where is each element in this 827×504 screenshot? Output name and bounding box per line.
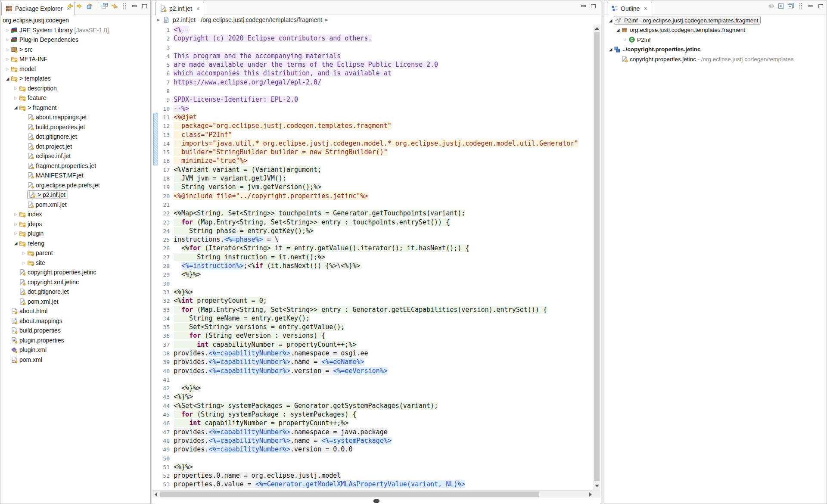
code-line[interactable]: 52properties.0.name = org.eclipse.justj.…	[152, 471, 594, 480]
tree-item[interactable]: mpom.xml	[1, 355, 150, 365]
code-line[interactable]: 11<%@jet	[152, 113, 594, 121]
close-icon[interactable]: ✕	[196, 6, 200, 12]
maximize-icon[interactable]	[590, 3, 597, 9]
tree-item[interactable]: ▷feature	[1, 93, 150, 103]
tree-item[interactable]: ◢P2Inf - org.eclipse.justj.codegen.templ…	[605, 16, 826, 25]
code-line[interactable]: 4This program and the accompanying mater…	[152, 52, 594, 60]
chevron-collapsed-icon[interactable]: ▷	[4, 67, 11, 71]
horizontal-scrollbar[interactable]	[152, 490, 594, 498]
chevron-collapsed-icon[interactable]: ▷	[12, 231, 19, 236]
chevron-collapsed-icon[interactable]: ▷	[21, 251, 27, 255]
tree-item[interactable]: ▷> src	[1, 45, 150, 55]
vertical-scrollbar[interactable]	[593, 25, 600, 490]
tree-item[interactable]: ◢> fragment	[1, 103, 150, 113]
code-line[interactable]: 15 builder="StringBuilder builder = new …	[152, 148, 594, 156]
back-icon[interactable]	[66, 3, 73, 9]
view-menu-icon[interactable]	[797, 3, 804, 9]
tree-item[interactable]: ▷plugin	[1, 229, 150, 239]
tree-item[interactable]: ▷Plug-in Dependencies	[1, 35, 150, 45]
tree-item[interactable]: fragment.properties.jet	[1, 161, 150, 171]
code-line[interactable]: 38provides.<%=capabilityNumber%>.namespa…	[152, 349, 594, 358]
chevron-collapsed-icon[interactable]: ▷	[12, 222, 19, 226]
code-line[interactable]: 35 Set<String> versions = entry.getValue…	[152, 323, 594, 331]
minimize-icon[interactable]	[807, 3, 814, 9]
code-line[interactable]: 25instructions.<%=phase%> = \	[152, 235, 594, 244]
code-line[interactable]: 53properties.0.value = <%=Generator.getM…	[152, 480, 594, 488]
project-root-row[interactable]: org.eclipse.justj.codegen	[1, 16, 150, 25]
code-line[interactable]: 17<%Variant variant = (Variant)argument;	[152, 165, 594, 174]
view-menu-icon[interactable]	[121, 3, 128, 9]
tree-item[interactable]: about.html	[1, 306, 150, 316]
code-line[interactable]: 2Copyright (c) 2020 Eclipse contributors…	[152, 34, 594, 43]
code-line[interactable]: 28 <%=instruction%>;<%if (it.hasNext()) …	[152, 261, 594, 270]
tree-item[interactable]: plugin.xml	[1, 345, 150, 355]
chevron-collapsed-icon[interactable]: ▷	[12, 86, 19, 90]
minimize-icon[interactable]	[580, 3, 587, 9]
scroll-right-icon[interactable]	[589, 492, 592, 497]
chevron-expanded-icon[interactable]: ◢	[12, 241, 19, 246]
tab-outline[interactable]: Outline ✕	[607, 2, 652, 15]
code-line[interactable]: 33 for (Map.Entry<String, Set<String>> e…	[152, 305, 594, 314]
tree-item[interactable]: about.mappings.jet	[1, 112, 150, 122]
chevron-expanded-icon[interactable]: ◢	[12, 105, 19, 110]
link-with-editor-icon[interactable]	[111, 3, 118, 9]
breadcrumb-expand-icon[interactable]: ▶	[157, 18, 160, 22]
breadcrumb[interactable]: ▶ p2.inf.jet - /org.eclipse.justj.codege…	[152, 15, 593, 25]
tree-item[interactable]: copyright.xml.jetinc	[1, 277, 150, 287]
code-line[interactable]: 49provides.<%=capabilityNumber%>.version…	[152, 445, 594, 454]
tree-item[interactable]: ◢releng	[1, 239, 150, 249]
code-line[interactable]: 22<%Map<String, Set<String>> touchpoints…	[152, 209, 594, 218]
maximize-icon[interactable]	[817, 3, 824, 9]
code-line[interactable]: 24 String phase = entry.getKey();%>	[152, 227, 594, 235]
code-line[interactable]: 51<%}%>	[152, 463, 594, 471]
chevron-collapsed-icon[interactable]: ▷	[4, 37, 11, 42]
collapse-all-boxes-icon[interactable]	[787, 3, 794, 9]
tree-item[interactable]: MANIFEST.MF.jet	[1, 171, 150, 180]
chevron-collapsed-icon[interactable]: ▷	[622, 37, 628, 42]
code-line[interactable]: 20<%@include file="../copyright.properti…	[152, 192, 594, 200]
code-line[interactable]: 37 int capabilityNumber = propertyCount+…	[152, 340, 594, 349]
chevron-expanded-icon[interactable]: ◢	[615, 28, 621, 32]
collapse-all-icon[interactable]	[101, 3, 108, 9]
chevron-collapsed-icon[interactable]: ▷	[12, 96, 19, 100]
code-line[interactable]: 18 JVM jvm = variant.getJVM();	[152, 174, 594, 183]
code-line[interactable]: 32<%int propertyCount = 0;	[152, 296, 594, 305]
code-line[interactable]: 34 String eeName = entry.getKey();	[152, 314, 594, 323]
code-editor[interactable]: 1<%--2Copyright (c) 2020 Eclipse contrib…	[152, 25, 594, 490]
close-icon[interactable]: ✕	[644, 6, 647, 12]
scroll-left-icon[interactable]	[155, 492, 157, 497]
tree-item[interactable]: pom.xml.jet	[1, 297, 150, 307]
maximize-icon[interactable]	[141, 3, 148, 9]
code-line[interactable]: 31<%}%>	[152, 288, 594, 296]
code-line[interactable]: 19 String version = jvm.getVersion();%>	[152, 183, 594, 191]
tree-item[interactable]: ▷model	[1, 64, 150, 74]
code-line[interactable]: 29 <%}%>	[152, 270, 594, 279]
code-line[interactable]: 10--%>	[152, 104, 594, 113]
up-icon[interactable]	[86, 3, 93, 9]
tree-item[interactable]: dot.project.jet	[1, 142, 150, 152]
code-line[interactable]: 43<%}%>	[152, 392, 594, 401]
chevron-collapsed-icon[interactable]: ▷	[4, 28, 11, 32]
code-line[interactable]: 46 int capabilityNumber = propertyCount+…	[152, 419, 594, 427]
tree-item[interactable]: ▷META-INF	[1, 54, 150, 64]
code-line[interactable]: 5are made available under the terms of t…	[152, 60, 594, 69]
code-line[interactable]: 7https://www.eclipse.org/legal/epl-2.0/	[152, 78, 594, 87]
horizontal-scroll-thumb[interactable]	[160, 492, 539, 497]
tree-item[interactable]: plugin.properties	[1, 336, 150, 345]
tab-p2-inf-jet[interactable]: p2.inf.jet ✕	[155, 2, 204, 15]
code-line[interactable]: 13 class="P2Inf"	[152, 131, 594, 139]
code-line[interactable]: 12 package="org.eclipse.justj.codegen.te…	[152, 121, 594, 130]
tree-item[interactable]: ▷JRE System Library [JavaSE-1.8]	[1, 25, 150, 35]
code-line[interactable]: 44<%Set<String> systemPackages = Generat…	[152, 401, 594, 410]
code-line[interactable]: 8	[152, 87, 594, 95]
tree-item[interactable]: ◢../copyright.properties.jetinc	[605, 45, 826, 55]
tab-package-explorer[interactable]: Package Explorer ✕	[1, 2, 75, 15]
code-line[interactable]: 9SPDX-License-Identifier: EPL-2.0	[152, 95, 594, 104]
code-line[interactable]: 26 <%for (Iterator<String> it = entry.ge…	[152, 244, 594, 252]
vertical-scroll-thumb[interactable]	[594, 32, 600, 481]
tree-item[interactable]: ◢org.eclipse.justj.codegen.templates.fra…	[605, 25, 826, 35]
scroll-up-icon[interactable]	[595, 27, 599, 30]
chevron-collapsed-icon[interactable]: ▷	[4, 57, 11, 61]
tree-item[interactable]: ▷site	[1, 258, 150, 268]
code-line[interactable]: 6which accompanies this distribution, an…	[152, 69, 594, 78]
